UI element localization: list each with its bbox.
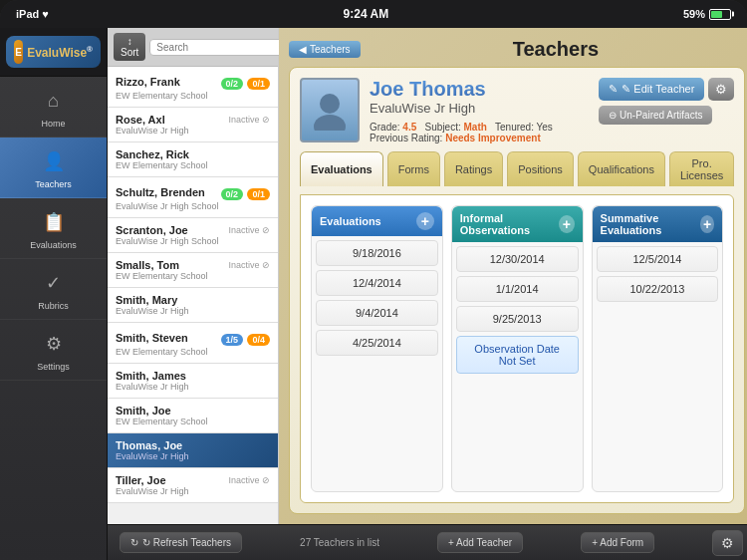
- sidebar: E EvaluWise® ⌂ Home 👤 Teachers 📋 Evaluat…: [0, 28, 108, 560]
- tab-qualifications[interactable]: Qualifications: [578, 151, 665, 186]
- evaluations-list: 9/18/2016 12/4/2014 9/4/2014 4/25/2014: [312, 236, 442, 491]
- teacher-school: EvaluWise Jr High: [116, 382, 270, 392]
- add-teacher-button[interactable]: + Add Teacher: [437, 532, 523, 553]
- observation-item[interactable]: 9/25/2013: [456, 306, 579, 332]
- evaluation-item[interactable]: 4/25/2014: [316, 330, 438, 356]
- sidebar-item-evaluations[interactable]: 📋 Evaluations: [0, 198, 107, 259]
- tab-positions[interactable]: Positions: [507, 151, 574, 186]
- svg-point-1: [314, 115, 346, 131]
- teacher-name: Smith, Joe: [116, 405, 270, 417]
- teacher-name: Rose, Axl: [116, 114, 165, 126]
- teacher-actions: ✎ ✎ Edit Teacher ⚙ ⊖ Un-Paired Arti: [599, 78, 734, 125]
- inactive-label: Inactive ⊘: [228, 475, 270, 485]
- list-item[interactable]: Tiller, Joe Inactive ⊘ EvaluWise Jr High: [108, 468, 278, 503]
- back-arrow-icon: ◀: [299, 44, 307, 55]
- home-icon: ⌂: [38, 85, 70, 117]
- evaluation-item[interactable]: 9/18/2016: [316, 240, 438, 266]
- add-informal-button[interactable]: +: [559, 215, 574, 233]
- summative-header-label: Summative Evaluations: [601, 212, 700, 236]
- list-item[interactable]: Smith, Mary EvaluWise Jr High: [108, 288, 278, 323]
- teacher-info: Joe Thomas EvaluWise Jr High Grade: 4.5 …: [370, 78, 589, 143]
- tab-evaluations[interactable]: Evaluations: [300, 151, 383, 186]
- teacher-card: Joe Thomas EvaluWise Jr High Grade: 4.5 …: [289, 67, 745, 514]
- avatar: [300, 78, 360, 142]
- sidebar-item-rubrics[interactable]: ✓ Rubrics: [0, 259, 107, 320]
- evaluation-item[interactable]: 9/4/2014: [316, 300, 438, 326]
- content-area: ↕ Sort 🔍 Rizzo, Frank 0/2 0/1 EW Element…: [108, 28, 747, 560]
- summative-list: 12/5/2014 10/22/2013: [593, 242, 723, 491]
- sort-button[interactable]: ↕ Sort: [114, 33, 145, 61]
- edit-teacher-button[interactable]: ✎ ✎ Edit Teacher: [599, 78, 704, 101]
- sidebar-item-home[interactable]: ⌂ Home: [0, 77, 107, 138]
- tab-forms[interactable]: Forms: [387, 151, 440, 186]
- observation-item[interactable]: 12/30/2014: [456, 246, 579, 272]
- edit-icon: ✎: [609, 83, 618, 96]
- list-item[interactable]: Sanchez, Rick EW Elementary School: [108, 142, 278, 177]
- teacher-name: Tiller, Joe: [116, 474, 166, 486]
- search-input[interactable]: [149, 39, 290, 56]
- teacher-school: EvaluWise Jr High School: [116, 236, 270, 246]
- list-item[interactable]: Smith, James EvaluWise Jr High: [108, 364, 278, 399]
- page-title: Teachers: [367, 38, 746, 61]
- refresh-button[interactable]: ↻ ↻ Refresh Teachers: [120, 532, 242, 553]
- summative-item[interactable]: 10/22/2013: [597, 276, 719, 302]
- summative-column-header: Summative Evaluations +: [593, 206, 723, 242]
- teacher-name: Smith, Steven: [116, 332, 188, 344]
- list-item[interactable]: Rizzo, Frank 0/2 0/1 EW Elementary Schoo…: [108, 67, 278, 108]
- teacher-header: Joe Thomas EvaluWise Jr High Grade: 4.5 …: [300, 78, 734, 143]
- bottom-gear-button[interactable]: ⚙: [712, 530, 743, 556]
- teacher-school: EvaluWise Jr High: [116, 126, 270, 136]
- teacher-school: EW Elementary School: [116, 347, 270, 357]
- list-item[interactable]: Thomas, Joe EvaluWise Jr High: [108, 433, 278, 468]
- teacher-school: EW Elementary School: [116, 417, 270, 426]
- logo-area: E EvaluWise®: [0, 28, 107, 77]
- list-item[interactable]: Schultz, Brenden 0/2 0/1 EvaluWise Jr Hi…: [108, 177, 278, 218]
- teacher-list: Rizzo, Frank 0/2 0/1 EW Elementary Schoo…: [108, 67, 278, 524]
- teacher-name: Smith, James: [116, 370, 270, 382]
- teacher-school: EW Elementary School: [116, 91, 270, 101]
- ipad-frame: iPad ♥ 9:24 AM 59% E EvaluWise® ⌂: [0, 0, 747, 560]
- add-form-button[interactable]: + Add Form: [581, 532, 654, 553]
- list-item[interactable]: Smalls, Tom Inactive ⊘ EW Elementary Sch…: [108, 253, 278, 288]
- add-form-label: + Add Form: [592, 537, 643, 548]
- teacher-school: EW Elementary School: [116, 271, 270, 281]
- bottom-bar: ↻ ↻ Refresh Teachers 27 Teachers in list…: [108, 524, 747, 560]
- refresh-label: ↻ Refresh Teachers: [142, 537, 231, 548]
- teacher-list-panel: ↕ Sort 🔍 Rizzo, Frank 0/2 0/1 EW Element…: [108, 28, 279, 524]
- artifacts-button[interactable]: ⊖ Un-Paired Artifacts: [599, 106, 712, 125]
- teacher-school: EW Elementary School: [116, 160, 270, 170]
- evaluations-column-header: Evaluations +: [312, 206, 442, 236]
- observation-date-not-set-item[interactable]: Observation Date Not Set: [456, 336, 579, 374]
- list-toolbar: ↕ Sort 🔍: [108, 28, 278, 67]
- evaluations-icon: 📋: [38, 206, 70, 238]
- teachers-icon: 👤: [38, 145, 70, 177]
- summative-item[interactable]: 12/5/2014: [597, 246, 719, 272]
- badge: 0/4: [247, 334, 270, 346]
- list-item[interactable]: Scranton, Joe Inactive ⊘ EvaluWise Jr Hi…: [108, 218, 278, 253]
- list-item[interactable]: Rose, Axl Inactive ⊘ EvaluWise Jr High: [108, 108, 278, 142]
- subject-value: Math: [464, 122, 487, 133]
- status-bar: iPad ♥ 9:24 AM 59%: [0, 0, 747, 28]
- add-summative-button[interactable]: +: [700, 215, 715, 233]
- inactive-label: Inactive ⊘: [228, 260, 270, 270]
- svg-point-0: [320, 94, 340, 114]
- settings-button[interactable]: ⚙: [708, 78, 734, 101]
- sidebar-item-teachers[interactable]: 👤 Teachers: [0, 138, 107, 198]
- informal-column-header: Informal Observations +: [452, 206, 583, 242]
- observation-item[interactable]: 1/1/2014: [456, 276, 579, 302]
- tab-ratings[interactable]: Ratings: [444, 151, 503, 186]
- teacher-count-label: 27 Teachers in list: [300, 537, 379, 548]
- teacher-school: EvaluWise Jr High: [116, 486, 270, 496]
- tab-pro-licenses[interactable]: Pro. Licenses: [669, 151, 734, 186]
- list-item[interactable]: Smith, Joe EW Elementary School: [108, 399, 278, 433]
- refresh-icon: ↻: [130, 537, 138, 548]
- battery-percent: 59%: [683, 8, 705, 20]
- list-item[interactable]: Smith, Steven 1/5 0/4 EW Elementary Scho…: [108, 323, 278, 364]
- sidebar-item-settings[interactable]: ⚙ Settings: [0, 320, 107, 381]
- badge: 1/5: [221, 334, 244, 346]
- teacher-full-name: Joe Thomas: [370, 78, 589, 101]
- breadcrumb-button[interactable]: ◀ Teachers: [289, 41, 361, 58]
- evaluation-item[interactable]: 12/4/2014: [316, 270, 438, 296]
- breadcrumb-label: Teachers: [310, 44, 351, 55]
- add-evaluation-button[interactable]: +: [416, 212, 434, 230]
